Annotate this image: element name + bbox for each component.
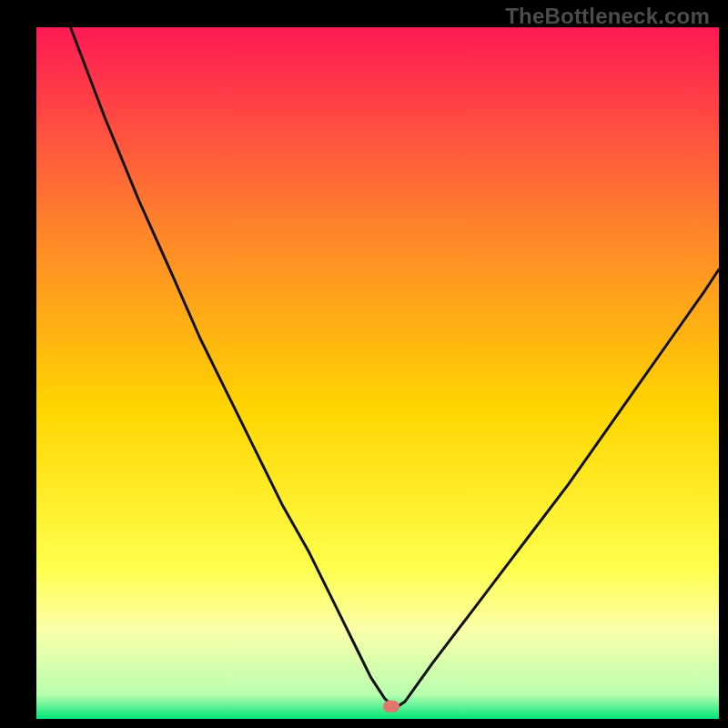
- watermark-text: TheBottleneck.com: [505, 4, 710, 29]
- chart-frame: TheBottleneck.com: [0, 0, 728, 728]
- bottleneck-chart: [0, 0, 728, 728]
- gradient-background: [36, 27, 719, 719]
- optimum-marker: [383, 701, 399, 713]
